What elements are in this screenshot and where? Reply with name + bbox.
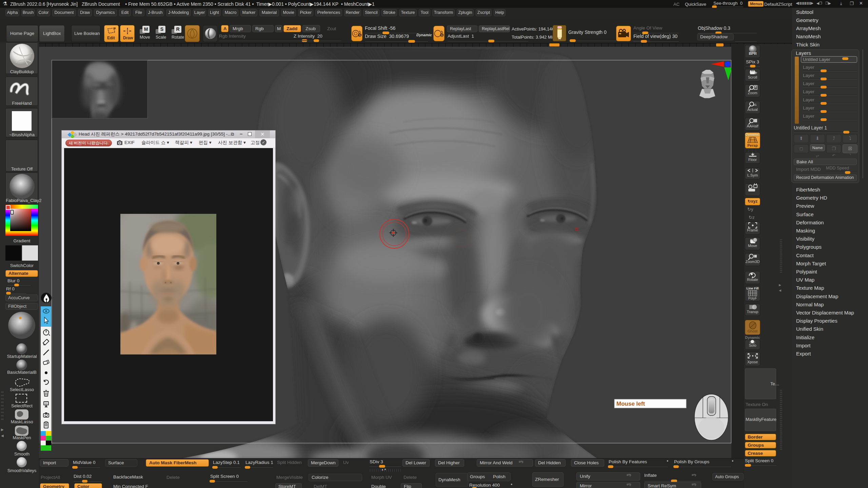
- svg-text:x1: x1: [753, 103, 757, 106]
- svg-text:D: D: [441, 34, 443, 37]
- svg-text:S: S: [359, 34, 361, 37]
- svg-text:Mouse left: Mouse left: [616, 401, 645, 407]
